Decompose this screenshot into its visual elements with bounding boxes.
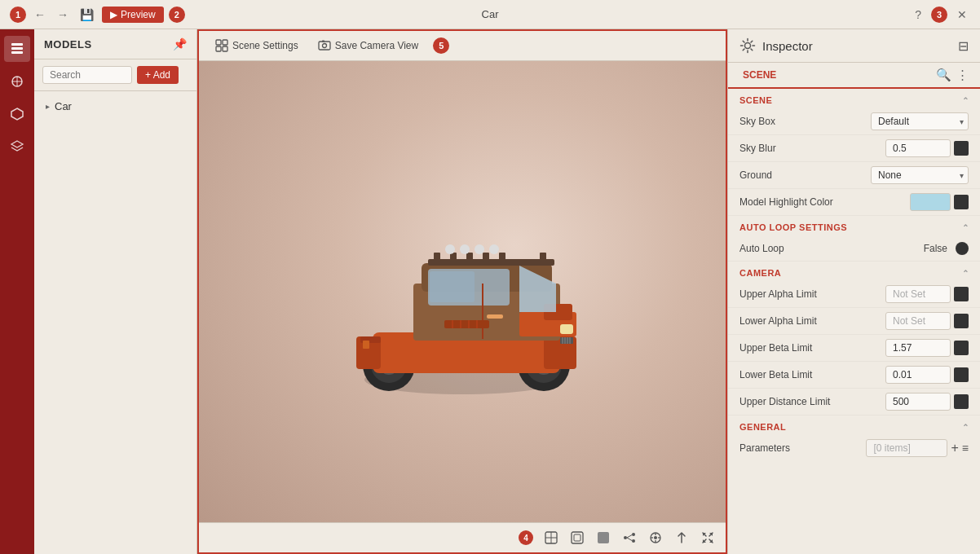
prop-lower-alpha: Lower Alpha Limit (728, 308, 980, 335)
lower-beta-input[interactable] (885, 366, 951, 384)
preview-btn[interactable]: ▶ Preview (102, 7, 164, 23)
parameters-menu-btn[interactable]: ≡ (962, 442, 969, 455)
search-input[interactable] (42, 66, 132, 84)
node-btn[interactable] (618, 526, 641, 549)
section-camera-header[interactable]: CAMERA ⌃ (728, 262, 980, 281)
save-btn[interactable]: 💾 (77, 7, 97, 23)
preview-icon: ▶ (110, 9, 117, 20)
sidebar-scene-btn[interactable] (4, 68, 30, 95)
parameters-input (866, 439, 947, 457)
svg-point-73 (745, 43, 751, 49)
viewport-toolbar: Scene Settings Save Camera View 5 (199, 31, 726, 61)
undo-btn[interactable]: ← (31, 7, 49, 23)
sky-box-dropdown-wrapper: Default None Custom (871, 112, 969, 130)
lower-alpha-label: Lower Alpha Limit (739, 315, 885, 327)
ground-dropdown-wrapper: None Default Custom (871, 166, 969, 184)
svg-rect-43 (560, 324, 573, 334)
sky-blur-btn[interactable] (954, 141, 969, 156)
upper-beta-btn[interactable] (954, 341, 969, 355)
prop-sky-box: Sky Box Default None Custom (728, 108, 980, 135)
section-general-label: GENERAL (739, 422, 786, 432)
section-auto-loop-header[interactable]: AUTO LOOP SETTINGS ⌃ (728, 216, 980, 235)
lower-alpha-input[interactable] (885, 312, 951, 330)
section-auto-loop-label: AUTO LOOP SETTINGS (739, 222, 847, 232)
scene-settings-label: Scene Settings (232, 40, 298, 51)
inspector-tabs: SCENE 🔍 ⋮ (728, 63, 980, 89)
upper-alpha-label: Upper Alpha Limit (739, 288, 885, 300)
section-general-header[interactable]: GENERAL ⌃ (728, 416, 980, 435)
svg-rect-9 (319, 42, 330, 50)
lower-alpha-btn[interactable] (954, 314, 969, 328)
car-model (307, 178, 617, 406)
sidebar-assets-btn[interactable] (4, 101, 30, 127)
solid-btn[interactable] (592, 526, 615, 549)
inspector-search-btn[interactable]: 🔍 (936, 68, 951, 82)
pin-btn[interactable]: 📌 (173, 37, 187, 51)
upper-distance-input[interactable] (885, 393, 951, 411)
scene-settings-btn[interactable]: Scene Settings (207, 36, 307, 55)
prop-ground: Ground None Default Custom (728, 162, 980, 189)
svg-rect-50 (363, 341, 369, 349)
upper-alpha-control (885, 285, 969, 303)
svg-line-65 (627, 535, 632, 539)
upper-alpha-btn[interactable] (954, 287, 969, 301)
close-btn[interactable]: ✕ (954, 7, 970, 23)
redo-btn[interactable]: → (54, 7, 72, 23)
help-btn[interactable]: ? (912, 7, 925, 23)
section-general-chevron: ⌃ (962, 423, 969, 432)
svg-rect-60 (574, 534, 580, 541)
lower-alpha-control (885, 312, 969, 330)
inspector-header-right: ⊟ (958, 38, 969, 54)
color-swatch[interactable] (910, 193, 951, 211)
viewport-3d[interactable] (199, 61, 726, 522)
pivot-btn[interactable] (644, 526, 667, 549)
svg-rect-35 (466, 253, 473, 262)
sidebar-layers-btn[interactable] (4, 134, 30, 160)
upper-distance-btn[interactable] (954, 394, 969, 409)
inspector-content: SCENE ⌃ Sky Box Default None Custom (728, 89, 980, 554)
color-square-btn[interactable] (954, 195, 969, 209)
svg-rect-0 (11, 43, 23, 46)
tab-scene[interactable]: SCENE (739, 63, 779, 89)
prop-parameters: Parameters + ≡ (728, 435, 980, 461)
add-model-btn[interactable]: + Add (137, 66, 179, 84)
sidebar-models-btn[interactable] (4, 36, 30, 62)
viewport-bottom: 4 (199, 522, 726, 552)
models-header: MODELS 📌 (34, 29, 196, 59)
save-camera-btn[interactable]: Save Camera View (310, 36, 427, 55)
svg-rect-30 (487, 314, 503, 319)
mesh-btn[interactable] (540, 526, 563, 549)
upper-alpha-input[interactable] (885, 285, 951, 303)
svg-point-39 (445, 244, 455, 254)
wireframe-btn[interactable] (566, 526, 589, 549)
upper-beta-input[interactable] (885, 339, 951, 357)
sky-blur-input[interactable] (885, 139, 951, 157)
expand-btn[interactable] (696, 526, 719, 549)
badge-2: 2 (169, 7, 185, 23)
inspector-layout-btn[interactable]: ⊟ (958, 38, 969, 54)
svg-point-10 (322, 44, 326, 48)
inspector-more-btn[interactable]: ⋮ (956, 68, 969, 82)
top-bar-right: ? 3 ✕ (912, 7, 970, 23)
section-scene-label: SCENE (739, 95, 772, 105)
auto-loop-toggle[interactable] (956, 242, 969, 255)
svg-rect-59 (572, 532, 583, 543)
model-item-car[interactable]: ▸ Car (34, 96, 196, 117)
models-panel: MODELS 📌 + Add ▸ Car (34, 29, 197, 554)
sky-box-dropdown[interactable]: Default None Custom (871, 112, 969, 130)
svg-rect-7 (216, 46, 221, 51)
icon-sidebar (0, 29, 34, 554)
inspector-panel: Inspector ⊟ SCENE 🔍 ⋮ SCENE ⌃ Sky Box (727, 29, 980, 554)
parameters-add-btn[interactable]: + (951, 441, 958, 455)
svg-rect-37 (499, 253, 505, 262)
ground-control: None Default Custom (871, 166, 969, 184)
window-title: Car (482, 8, 499, 20)
svg-rect-2 (11, 51, 23, 54)
model-highlight-color-control (910, 193, 969, 211)
svg-rect-44 (560, 337, 573, 344)
preview-label: Preview (121, 9, 156, 20)
lower-beta-btn[interactable] (954, 367, 969, 382)
up-btn[interactable] (670, 526, 693, 549)
ground-dropdown[interactable]: None Default Custom (871, 166, 969, 184)
section-scene-header[interactable]: SCENE ⌃ (728, 89, 980, 108)
